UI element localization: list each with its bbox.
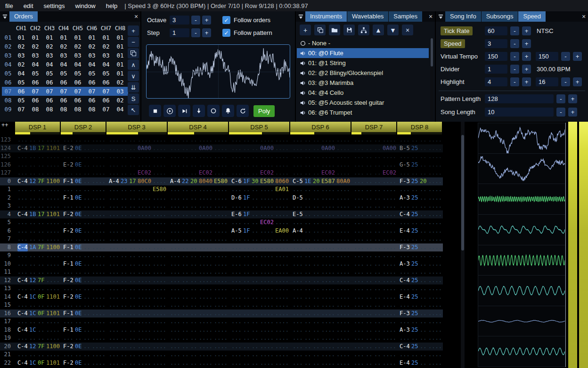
pattern-cell[interactable]: ............... xyxy=(106,235,168,243)
pattern-field[interactable]: .. xyxy=(313,284,320,293)
pattern-field[interactable]: .... xyxy=(336,293,350,301)
pattern-field[interactable]: .... xyxy=(199,251,212,260)
pattern-field[interactable]: .... xyxy=(275,202,289,210)
pattern-field[interactable]: .... xyxy=(275,343,289,351)
step-decrement-button[interactable]: - xyxy=(191,28,200,37)
pattern-field[interactable]: ... xyxy=(400,251,410,260)
pattern-field[interactable]: .... xyxy=(138,293,151,301)
pattern-field[interactable]: ... xyxy=(231,202,242,210)
pattern-field[interactable]: .... xyxy=(336,210,350,219)
pattern-field[interactable]: .... xyxy=(383,293,396,301)
pattern-cell[interactable]: ............... xyxy=(290,351,351,359)
menu-edit[interactable]: edit xyxy=(18,2,39,9)
pattern-cell[interactable]: ............... xyxy=(229,243,290,252)
pattern-field[interactable]: .. xyxy=(190,243,197,252)
pattern-cell[interactable]: E-20E...... xyxy=(61,161,106,169)
pattern-field[interactable]: .. xyxy=(313,194,320,202)
pattern-field[interactable]: .... xyxy=(336,136,350,144)
pattern-field[interactable]: .... xyxy=(92,169,106,177)
pattern-field[interactable]: F-3 xyxy=(400,309,410,318)
pattern-field[interactable]: .... xyxy=(275,276,289,285)
pattern-cell[interactable]: ........... xyxy=(397,235,443,243)
order-row[interactable]: 020202020202020201 xyxy=(2,42,128,51)
pattern-field[interactable]: .. xyxy=(243,152,250,161)
order-cell[interactable]: 05 xyxy=(42,69,57,78)
pattern-field[interactable]: .... xyxy=(428,284,442,293)
pattern-field[interactable]: ... xyxy=(231,284,242,293)
pattern-field[interactable]: C-4 xyxy=(17,359,28,368)
pattern-field[interactable]: .... xyxy=(214,210,228,219)
pattern-cell[interactable]: C-51E20E58780A0 xyxy=(290,177,351,186)
divider-input[interactable]: 1 xyxy=(485,65,507,74)
pattern-field[interactable]: F-2 xyxy=(63,359,74,368)
pattern-field[interactable]: .... xyxy=(153,218,166,227)
pattern-field[interactable]: 25 xyxy=(411,326,418,335)
pattern-field[interactable]: .... xyxy=(383,161,396,169)
pattern-field[interactable]: .... xyxy=(199,334,212,343)
pattern-field[interactable]: ... xyxy=(231,309,242,318)
pattern-field[interactable]: .... xyxy=(275,152,289,161)
pattern-field[interactable]: .. xyxy=(129,268,136,276)
pattern-field[interactable]: .. xyxy=(304,243,311,252)
pattern-field[interactable]: .. xyxy=(411,235,418,243)
pattern-field[interactable]: F-2 xyxy=(63,210,74,219)
pattern-field[interactable]: .. xyxy=(121,326,128,335)
pattern-field[interactable]: .. xyxy=(182,202,189,210)
pattern-field[interactable]: .. xyxy=(366,309,373,318)
pattern-field[interactable]: .. xyxy=(304,194,311,202)
pattern-field[interactable]: ... xyxy=(170,334,180,343)
pattern-field[interactable]: E-6 xyxy=(231,210,242,219)
pattern-field[interactable]: .... xyxy=(214,243,228,252)
pattern-field[interactable]: ... xyxy=(354,218,364,227)
pattern-cell[interactable]: C-41C0F1101 xyxy=(15,309,61,318)
pattern-field[interactable]: .. xyxy=(129,276,136,285)
pattern-field[interactable]: .... xyxy=(46,185,60,194)
pattern-field[interactable]: .. xyxy=(313,293,320,301)
pattern-field[interactable]: .. xyxy=(182,210,189,219)
pattern-field[interactable]: C-4 xyxy=(400,210,410,219)
pattern-field[interactable]: .... xyxy=(153,161,166,169)
pattern-field[interactable]: .. xyxy=(252,185,259,194)
pattern-field[interactable]: E580 xyxy=(214,177,228,186)
pattern-field[interactable]: .. xyxy=(38,326,45,335)
pattern-field[interactable]: .... xyxy=(428,235,442,243)
pattern-field[interactable]: .. xyxy=(121,343,128,351)
pattern-field[interactable]: .. xyxy=(252,268,259,276)
pattern-row[interactable]: 5.......................................… xyxy=(0,218,443,227)
pattern-field[interactable]: ... xyxy=(170,293,180,301)
pattern-cell[interactable]: ............... xyxy=(168,185,229,194)
speed-label[interactable]: Speed xyxy=(441,39,465,48)
pattern-cell[interactable]: ............... xyxy=(106,343,168,351)
pattern-field[interactable]: .. xyxy=(374,177,381,186)
instrument-list-scrollbar[interactable] xyxy=(430,38,433,120)
pattern-field[interactable]: .... xyxy=(336,161,350,169)
pattern-field[interactable]: ... xyxy=(17,251,28,260)
pattern-field[interactable]: C-4 xyxy=(400,276,410,285)
order-move-up-button[interactable]: ∧ xyxy=(128,59,139,70)
play-pattern-button[interactable] xyxy=(178,105,190,117)
pattern-field[interactable]: A-4 xyxy=(170,177,180,186)
pattern-field[interactable]: EC02 xyxy=(260,218,274,227)
pattern-field[interactable]: .. xyxy=(83,276,90,285)
order-cell[interactable]: 03 xyxy=(85,51,99,60)
order-add-button[interactable]: + xyxy=(128,25,139,36)
pattern-field[interactable]: ... xyxy=(17,152,28,161)
pattern-cell[interactable]: ............... xyxy=(106,251,168,260)
pattern-field[interactable]: .... xyxy=(275,210,289,219)
pattern-field[interactable]: .... xyxy=(214,152,228,161)
pattern-field[interactable]: 25 xyxy=(411,177,418,186)
pattern-field[interactable]: ... xyxy=(354,276,364,285)
pattern-field[interactable]: .. xyxy=(121,301,128,309)
pattern-field[interactable]: 0F xyxy=(38,309,45,318)
pattern-cell[interactable]: ........... xyxy=(61,235,106,243)
pattern-cell[interactable]: ............... xyxy=(168,161,229,169)
pattern-cell[interactable]: C-61F30E5808060 xyxy=(229,177,290,186)
pattern-field[interactable]: .... xyxy=(260,210,274,219)
pattern-field[interactable]: ... xyxy=(170,343,180,351)
pattern-field[interactable]: .. xyxy=(252,359,259,368)
channel-header[interactable]: DSP 7 xyxy=(351,122,397,132)
pattern-field[interactable]: .. xyxy=(304,136,311,144)
pattern-field[interactable]: .. xyxy=(29,284,36,293)
pattern-field[interactable]: .. xyxy=(190,260,197,268)
pattern-field[interactable]: .. xyxy=(83,235,90,243)
